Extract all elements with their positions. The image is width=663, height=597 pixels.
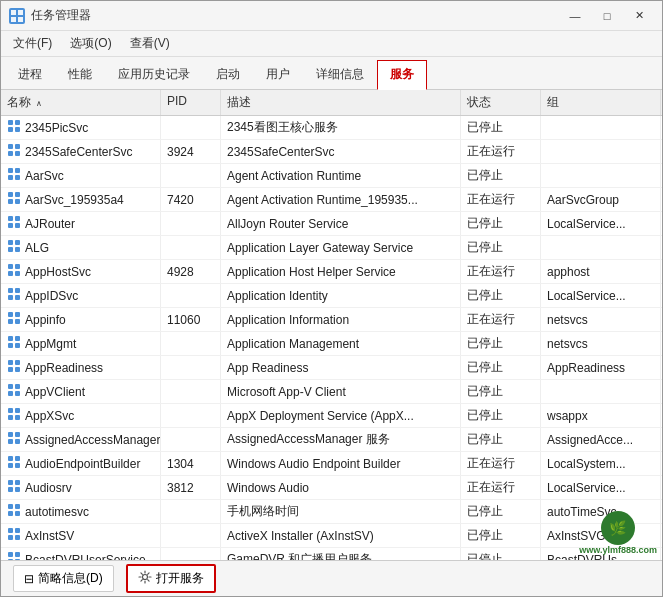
svg-rect-12 <box>8 168 13 173</box>
table-row[interactable]: AxInstSVActiveX Installer (AxInstSV)已停止A… <box>1 524 662 548</box>
table-row[interactable]: ALGApplication Layer Gateway Service已停止 <box>1 236 662 260</box>
close-button[interactable]: ✕ <box>624 6 654 26</box>
svg-rect-1 <box>18 10 23 15</box>
cell-status: 已停止 <box>461 236 541 259</box>
cell-pid <box>161 116 221 139</box>
col-header-desc[interactable]: 描述 <box>221 90 461 115</box>
summary-label: 简略信息(D) <box>38 570 103 587</box>
service-icon <box>7 311 21 328</box>
cell-status: 正在运行 <box>461 476 541 499</box>
service-icon <box>7 239 21 256</box>
table-row[interactable]: AarSvcAgent Activation Runtime已停止 <box>1 164 662 188</box>
table-row[interactable]: AppReadinessApp Readiness已停止AppReadiness <box>1 356 662 380</box>
table-row[interactable]: AssignedAccessManager...AssignedAccessMa… <box>1 428 662 452</box>
cell-pid: 7420 <box>161 188 221 211</box>
table-row[interactable]: Audiosrv3812Windows Audio正在运行LocalServic… <box>1 476 662 500</box>
col-header-group[interactable]: 组 <box>541 90 661 115</box>
service-icon <box>7 215 21 232</box>
svg-rect-33 <box>15 288 20 293</box>
table-body[interactable]: 2345PicSvc2345看图王核心服务已停止 2345SafeCenterS… <box>1 116 662 560</box>
svg-rect-55 <box>15 415 20 420</box>
svg-rect-28 <box>8 264 13 269</box>
menu-options[interactable]: 选项(O) <box>62 33 119 54</box>
cell-desc: Agent Activation Runtime <box>221 164 461 187</box>
cell-group <box>541 164 661 187</box>
svg-rect-29 <box>15 264 20 269</box>
svg-rect-7 <box>15 127 20 132</box>
content-area: 名称 ∧ PID 描述 状态 组 2345PicSvc2345看图王核心服务已停… <box>1 90 662 560</box>
svg-rect-38 <box>8 319 13 324</box>
table-row[interactable]: AppHostSvc4928Application Host Helper Se… <box>1 260 662 284</box>
cell-desc: Agent Activation Runtime_195935... <box>221 188 461 211</box>
cell-name: AppReadiness <box>1 356 161 379</box>
cell-desc: Application Management <box>221 332 461 355</box>
table-row[interactable]: Appinfo11060Application Information正在运行n… <box>1 308 662 332</box>
summary-icon: ⊟ <box>24 572 34 586</box>
service-icon <box>7 335 21 352</box>
minimize-button[interactable]: — <box>560 6 590 26</box>
menu-view[interactable]: 查看(V) <box>122 33 178 54</box>
svg-rect-40 <box>8 336 13 341</box>
svg-rect-48 <box>8 384 13 389</box>
svg-rect-10 <box>8 151 13 156</box>
svg-rect-44 <box>8 360 13 365</box>
tab-app-history[interactable]: 应用历史记录 <box>105 60 203 89</box>
cell-group <box>541 140 661 163</box>
svg-rect-76 <box>8 552 13 557</box>
table-row[interactable]: AppVClientMicrosoft App-V Client已停止 <box>1 380 662 404</box>
svg-rect-27 <box>15 247 20 252</box>
summary-button[interactable]: ⊟ 简略信息(D) <box>13 565 114 592</box>
cell-group: LocalService... <box>541 284 661 307</box>
cell-name: AarSvc <box>1 164 161 187</box>
table-row[interactable]: AppMgmtApplication Management已停止netsvcs <box>1 332 662 356</box>
col-header-pid[interactable]: PID <box>161 90 221 115</box>
cell-name: 2345PicSvc <box>1 116 161 139</box>
svg-rect-17 <box>15 192 20 197</box>
svg-rect-71 <box>15 511 20 516</box>
cell-pid <box>161 404 221 427</box>
cell-name: Appinfo <box>1 308 161 331</box>
table-row[interactable]: AudioEndpointBuilder1304Windows Audio En… <box>1 452 662 476</box>
tab-details[interactable]: 详细信息 <box>303 60 377 89</box>
svg-rect-60 <box>8 456 13 461</box>
open-services-button[interactable]: 打开服务 <box>126 564 216 593</box>
tab-users[interactable]: 用户 <box>253 60 303 89</box>
cell-group: AssignedAcce... <box>541 428 661 451</box>
cell-name: AppHostSvc <box>1 260 161 283</box>
table-row[interactable]: AppXSvcAppX Deployment Service (AppX...已… <box>1 404 662 428</box>
service-icon <box>7 167 21 184</box>
table-row[interactable]: AJRouterAllJoyn Router Service已停止LocalSe… <box>1 212 662 236</box>
service-icon <box>7 287 21 304</box>
tab-services[interactable]: 服务 <box>377 60 427 90</box>
tab-processes[interactable]: 进程 <box>5 60 55 89</box>
table-row[interactable]: autotimesvc手机网络时间已停止autoTimeSvc <box>1 500 662 524</box>
col-header-name[interactable]: 名称 ∧ <box>1 90 161 115</box>
cell-pid <box>161 548 221 560</box>
svg-rect-59 <box>15 439 20 444</box>
svg-rect-63 <box>15 463 20 468</box>
svg-rect-26 <box>8 247 13 252</box>
svg-rect-15 <box>15 175 20 180</box>
service-icon <box>7 527 21 544</box>
svg-rect-13 <box>15 168 20 173</box>
col-header-status[interactable]: 状态 <box>461 90 541 115</box>
menu-file[interactable]: 文件(F) <box>5 33 60 54</box>
cell-status: 已停止 <box>461 284 541 307</box>
tab-startup[interactable]: 启动 <box>203 60 253 89</box>
cell-desc: Application Information <box>221 308 461 331</box>
cell-group <box>541 236 661 259</box>
cell-name: AppIDSvc <box>1 284 161 307</box>
table-row[interactable]: 2345PicSvc2345看图王核心服务已停止 <box>1 116 662 140</box>
svg-rect-53 <box>15 408 20 413</box>
cell-status: 正在运行 <box>461 260 541 283</box>
task-manager-window: 任务管理器 — □ ✕ 文件(F) 选项(O) 查看(V) 进程 性能 应用历史… <box>0 0 663 597</box>
maximize-button[interactable]: □ <box>592 6 622 26</box>
table-row[interactable]: AarSvc_195935a47420Agent Activation Runt… <box>1 188 662 212</box>
table-row[interactable]: 2345SafeCenterSvc39242345SafeCenterSvc正在… <box>1 140 662 164</box>
cell-group: netsvcs <box>541 308 661 331</box>
cell-group <box>541 380 661 403</box>
tab-performance[interactable]: 性能 <box>55 60 105 89</box>
table-row[interactable]: AppIDSvcApplication Identity已停止LocalServ… <box>1 284 662 308</box>
service-icon <box>7 407 21 424</box>
table-row[interactable]: BcastDVRUserServiceGameDVR 和广播用户服务已停止Bca… <box>1 548 662 560</box>
